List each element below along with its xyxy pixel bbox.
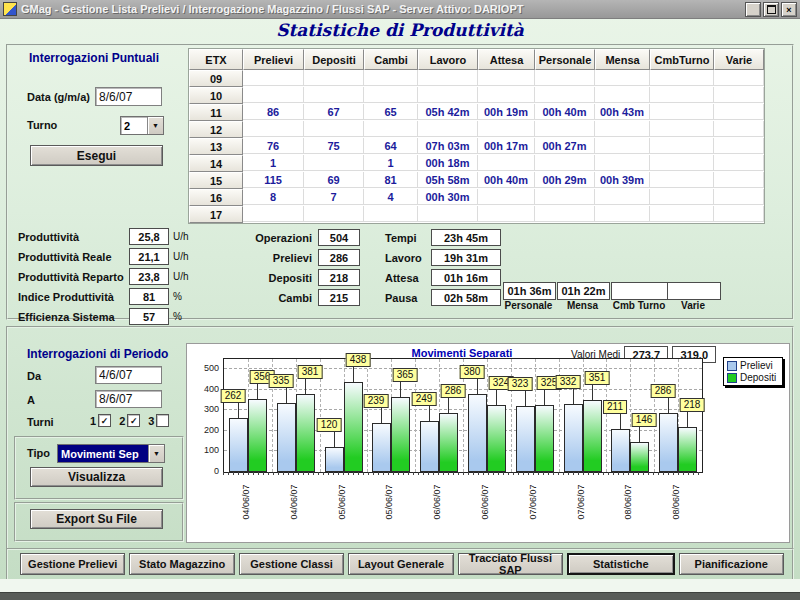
counter-label: Cambi xyxy=(248,292,312,304)
x-axis-label: 08/06/07 xyxy=(623,472,635,532)
row-header[interactable]: 14 xyxy=(189,155,243,172)
bar-prelievi xyxy=(468,394,487,472)
column-header: Depositi xyxy=(304,49,364,70)
nav-gestione-classi[interactable]: Gestione Classi xyxy=(239,553,344,575)
column-header: Varie xyxy=(714,49,764,70)
row-header[interactable]: 13 xyxy=(189,138,243,155)
label-connector xyxy=(429,406,430,421)
table-cell: 115 xyxy=(243,172,304,188)
label-connector xyxy=(238,403,239,418)
legend-label: Depositi xyxy=(740,372,776,383)
table-cell xyxy=(243,121,304,137)
visualizza-button[interactable]: Visualizza xyxy=(30,467,163,487)
table-cell: 07h 03m xyxy=(418,138,478,154)
a-input[interactable] xyxy=(95,390,162,408)
column-header: CmbTurno xyxy=(650,49,714,70)
table-cell: 05h 58m xyxy=(418,172,478,188)
esegui-button[interactable]: Esegui xyxy=(30,145,163,166)
time-totals: Tempi23h 45mLavoro19h 31mAttesa01h 16mPa… xyxy=(385,229,501,306)
table-cell xyxy=(535,155,595,171)
time-value: 19h 31m xyxy=(431,249,501,266)
x-axis-label: 07/06/07 xyxy=(528,472,540,532)
stat-unit: U/h xyxy=(173,231,197,242)
stat-value: 21,1 xyxy=(129,248,169,265)
data-input[interactable] xyxy=(95,87,162,106)
table-cell xyxy=(535,87,595,103)
turni-option-label: 1 xyxy=(90,415,96,427)
label-connector xyxy=(687,412,688,427)
stat-value: 81 xyxy=(129,288,169,305)
bar-value-label: 332 xyxy=(556,375,581,389)
nav-tracciato-flussi-sap[interactable]: Tracciato Flussi SAP xyxy=(458,553,563,575)
table-cell xyxy=(714,70,764,86)
nav-pianificazione[interactable]: Pianificazione xyxy=(679,553,784,575)
label-connector xyxy=(620,414,621,429)
export-button[interactable]: Export Su File xyxy=(30,509,163,529)
label-connector xyxy=(496,390,497,405)
table-cell: 05h 42m xyxy=(418,104,478,120)
label-connector xyxy=(639,427,640,442)
turno-select[interactable]: 2 ▼ xyxy=(120,116,164,135)
table-cell xyxy=(418,206,478,222)
close-icon[interactable]: × xyxy=(781,2,797,17)
table-cell xyxy=(650,206,714,222)
row-header[interactable]: 15 xyxy=(189,172,243,189)
turni-option: 1✓ xyxy=(90,414,111,427)
label-connector xyxy=(257,384,258,399)
table-cell xyxy=(478,87,535,103)
table-cell xyxy=(418,70,478,86)
table-cell xyxy=(714,104,764,120)
table-cell xyxy=(364,87,418,103)
bar-value-label: 381 xyxy=(298,365,323,379)
chevron-down-icon[interactable]: ▼ xyxy=(147,117,163,134)
table-cell xyxy=(650,70,714,86)
tipo-select[interactable]: Movimenti Sep ▼ xyxy=(57,444,165,463)
table-cell: 4 xyxy=(364,189,418,205)
nav-stato-magazzino[interactable]: Stato Magazzino xyxy=(129,553,234,575)
turni-checkbox[interactable]: ✓ xyxy=(127,414,140,427)
table-cell: 75 xyxy=(304,138,364,154)
nav-buttons: Gestione PrelieviStato MagazzinoGestione… xyxy=(20,553,784,575)
bar-depositi xyxy=(487,405,506,472)
minimize-button[interactable] xyxy=(745,2,761,17)
table-cell xyxy=(535,70,595,86)
row-header[interactable]: 11 xyxy=(189,104,243,121)
turni-checkbox[interactable] xyxy=(156,414,169,427)
table-cell: 8 xyxy=(243,189,304,205)
label-connector xyxy=(592,385,593,400)
da-input[interactable] xyxy=(95,366,162,384)
bar-depositi xyxy=(678,427,697,472)
nav-statistiche[interactable]: Statistiche xyxy=(567,553,674,575)
stat-label: Produttività Reale xyxy=(18,251,125,263)
chevron-down-icon[interactable]: ▼ xyxy=(148,445,164,462)
row-header[interactable]: 17 xyxy=(189,206,243,223)
time-value: 01h 16m xyxy=(431,269,501,286)
stat-value: 23,8 xyxy=(129,268,169,285)
table-cell xyxy=(304,121,364,137)
table-cell xyxy=(304,206,364,222)
da-label: Da xyxy=(27,370,41,382)
table-cell xyxy=(304,87,364,103)
gridline-v xyxy=(367,359,368,472)
column-header: Attesa xyxy=(478,49,535,70)
nav-gestione-prelievi[interactable]: Gestione Prelievi xyxy=(20,553,125,575)
table-cell xyxy=(650,172,714,188)
chart-legend: PrelieviDepositi xyxy=(723,357,783,386)
legend-swatch xyxy=(727,361,737,371)
table-cell xyxy=(650,87,714,103)
restore-button[interactable] xyxy=(763,2,779,17)
page-title: Statistiche di Produttività xyxy=(0,20,800,40)
restore-icon xyxy=(767,5,776,14)
turni-checkbox[interactable]: ✓ xyxy=(98,414,111,427)
row-header[interactable]: 09 xyxy=(189,70,243,87)
table-cell: 00h 19m xyxy=(478,104,535,120)
row-header[interactable]: 12 xyxy=(189,121,243,138)
productivity-stats: Produttività25,8U/hProduttività Reale21,… xyxy=(18,228,197,325)
column-header: Lavoro xyxy=(418,49,478,70)
nav-layout-generale[interactable]: Layout Generale xyxy=(348,553,453,575)
bar-prelievi xyxy=(564,404,583,472)
row-header[interactable]: 10 xyxy=(189,87,243,104)
column-header: ETX xyxy=(189,49,243,70)
row-header[interactable]: 16 xyxy=(189,189,243,206)
legend-label: Prelievi xyxy=(740,360,773,371)
